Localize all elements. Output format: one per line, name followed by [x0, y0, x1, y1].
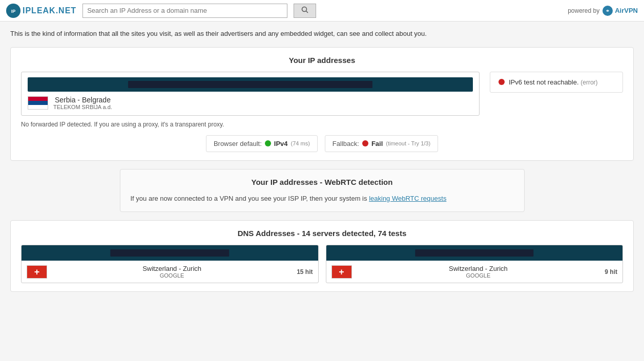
powered-by: powered by AirVPN [568, 6, 638, 16]
logo-text: IPLEAK.NET [23, 6, 76, 15]
dns-location-1: Switzerland - Zurich GOOGLE [357, 265, 600, 279]
main-content: This is the kind of information that all… [0, 22, 644, 299]
logo-icon: IP [6, 4, 20, 18]
ip-box: Serbia - Belgrade TELEKOM SRBIJA a.d. [21, 72, 480, 116]
fallback-label: Fallback: [333, 140, 359, 147]
dns-location-0: Switzerland - Zurich GOOGLE [52, 265, 292, 279]
location-isp: TELEKOM SRBIJA a.d. [53, 104, 112, 110]
svg-line-3 [306, 11, 308, 13]
svg-point-2 [302, 7, 307, 12]
search-input[interactable] [82, 4, 287, 18]
webrtc-section: Your IP addresses - WebRTC detection If … [120, 169, 525, 213]
ipv6-status-dot [498, 79, 505, 85]
list-item: Switzerland - Zurich GOOGLE 9 hit [326, 245, 624, 283]
swiss-flag-0 [27, 265, 47, 279]
dns-isp-0: GOOGLE [52, 272, 292, 279]
browser-default-label: Browser default: [214, 140, 262, 147]
fallback-badge: Fallback: Fail (timeout - Try 1/3) [325, 135, 438, 152]
webrtc-info-text: If you are now connected to a VPN and yo… [131, 195, 367, 202]
fallback-meta: (timeout - Try 1/3) [386, 140, 430, 146]
ip-section-title: Your IP addresses [21, 56, 623, 65]
ipv6-text: IPv6 test not reachable. (error) [509, 78, 598, 86]
dns-bar-0 [22, 245, 318, 261]
webrtc-info: If you are now connected to a VPN and yo… [131, 194, 514, 204]
search-button[interactable] [294, 4, 316, 18]
ipv4-status-dot [265, 140, 271, 146]
info-text: This is the kind of information that all… [10, 29, 634, 39]
ip-main-grid: Serbia - Belgrade TELEKOM SRBIJA a.d. No… [21, 72, 623, 128]
dns-ip-masked-0 [111, 249, 229, 257]
browser-default-speed: (74 ms) [291, 140, 310, 146]
fallback-status-dot [362, 140, 368, 146]
svg-text:IP: IP [11, 9, 16, 14]
dns-location-name-1: Switzerland - Zurich [357, 265, 600, 272]
dns-section-title: DNS Addresses - 14 servers detected, 74 … [21, 229, 623, 238]
ip-location: Serbia - Belgrade TELEKOM SRBIJA a.d. [28, 96, 473, 110]
swiss-flag-1 [331, 265, 352, 279]
airvpn-icon [603, 6, 613, 16]
fallback-status: Fail [371, 140, 383, 147]
serbia-flag [28, 96, 48, 110]
airvpn-logo: AirVPN [603, 6, 638, 16]
list-item: Switzerland - Zurich GOOGLE 15 hit [21, 245, 319, 283]
airvpn-label: AirVPN [615, 7, 638, 14]
ip-section: Your IP addresses Serbia - Belgrade TELE… [10, 47, 634, 161]
webrtc-leak-link[interactable]: leaking WebRTC requests [369, 195, 446, 202]
dns-item-body-1: Switzerland - Zurich GOOGLE 9 hit [326, 261, 623, 283]
dns-ip-masked-1 [415, 249, 533, 257]
dns-isp-1: GOOGLE [357, 272, 600, 279]
ip-left: Serbia - Belgrade TELEKOM SRBIJA a.d. No… [21, 72, 480, 128]
location-name: Serbia - Belgrade [53, 96, 112, 104]
webrtc-title: Your IP addresses - WebRTC detection [131, 178, 514, 186]
header: IP IPLEAK.NET powered by AirVPN [0, 0, 644, 22]
ip-address-bar [28, 77, 473, 92]
logo-area: IP IPLEAK.NET [6, 4, 76, 18]
dns-item-body-0: Switzerland - Zurich GOOGLE 15 hit [22, 261, 318, 283]
browser-default-badge: Browser default: IPv4 (74 ms) [206, 135, 318, 152]
status-row: Browser default: IPv4 (74 ms) Fallback: … [21, 135, 623, 152]
dns-bar-1 [326, 245, 623, 261]
ip-address-masked [128, 81, 373, 88]
dns-section: DNS Addresses - 14 servers detected, 74 … [10, 220, 634, 292]
ip-right: IPv6 test not reachable. (error) [490, 72, 623, 93]
ipv6-label: IPv6 test not reachable. [509, 78, 579, 86]
dns-grid: Switzerland - Zurich GOOGLE 15 hit Switz… [21, 245, 623, 283]
dns-hits-1: 9 hit [605, 268, 617, 275]
no-forward-text: No forwarded IP detected. If you are usi… [21, 121, 480, 128]
browser-default-protocol: IPv4 [274, 140, 288, 147]
dns-location-name-0: Switzerland - Zurich [52, 265, 292, 272]
ipv6-box: IPv6 test not reachable. (error) [490, 72, 623, 93]
ipv6-error: (error) [580, 79, 597, 86]
dns-hits-0: 15 hit [297, 268, 313, 275]
location-info: Serbia - Belgrade TELEKOM SRBIJA a.d. [53, 96, 112, 110]
powered-by-label: powered by [568, 7, 599, 14]
